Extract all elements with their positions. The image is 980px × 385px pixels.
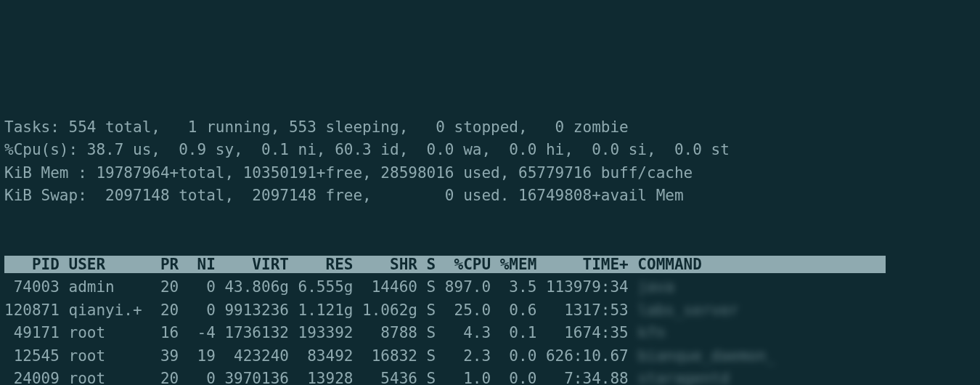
command-cell: kfn <box>637 324 665 341</box>
row-values: 74003 admin 20 0 43.806g 6.555g 14460 S … <box>4 278 637 296</box>
process-list: 74003 admin 20 0 43.806g 6.555g 14460 S … <box>4 276 976 385</box>
table-row[interactable]: 24009 root 20 0 3970136 13928 5436 S 1.0… <box>4 368 976 385</box>
command-cell: staragentd <box>637 370 729 385</box>
cpu-line: %Cpu(s): 38.7 us, 0.9 sy, 0.1 ni, 60.3 i… <box>4 141 730 158</box>
table-row[interactable]: 74003 admin 20 0 43.806g 6.555g 14460 S … <box>4 276 976 299</box>
command-cell: labs_server <box>637 301 738 319</box>
tasks-line: Tasks: 554 total, 1 running, 553 sleepin… <box>4 118 629 136</box>
table-row[interactable]: 12545 root 39 19 423240 83492 16832 S 2.… <box>4 345 976 368</box>
row-values: 12545 root 39 19 423240 83492 16832 S 2.… <box>4 347 637 365</box>
swap-line: KiB Swap: 2097148 total, 2097148 free, 0… <box>4 187 684 204</box>
command-cell: java <box>637 278 674 296</box>
summary-section: Tasks: 554 total, 1 running, 553 sleepin… <box>4 93 976 208</box>
row-values: 24009 root 20 0 3970136 13928 5436 S 1.0… <box>4 370 637 385</box>
row-values: 49171 root 16 -4 1736132 193392 8788 S 4… <box>4 324 637 341</box>
mem-line: KiB Mem : 19787964+total, 10350191+free,… <box>4 164 693 182</box>
blank-line <box>4 232 14 250</box>
table-row[interactable]: 120871 qianyi.+ 20 0 9913236 1.121g 1.06… <box>4 299 976 323</box>
table-row[interactable]: 49171 root 16 -4 1736132 193392 8788 S 4… <box>4 322 976 345</box>
row-values: 120871 qianyi.+ 20 0 9913236 1.121g 1.06… <box>4 301 637 319</box>
command-cell: bianque_daemon_ <box>637 347 775 365</box>
column-header-row[interactable]: PID USER PR NI VIRT RES SHR S %CPU %MEM … <box>4 256 886 273</box>
